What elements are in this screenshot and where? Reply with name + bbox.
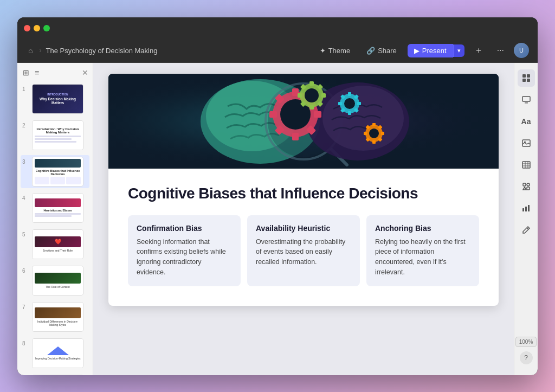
svg-rect-55 [525,102,528,104]
svg-rect-23 [309,105,314,110]
svg-rect-13 [292,133,299,140]
bias-card-text-1: Seeking information that confirms existi… [137,237,232,278]
slide-thumb-9[interactable]: 9 Conclusion and Key Takeaways [21,373,89,375]
slide-preview-2: Introduction: Why Decision Making Matter… [32,120,83,150]
text-icon: Aa [521,117,531,126]
slide-body: Cognitive Biases that Influence Decision… [108,169,499,306]
slide-hero [108,74,499,169]
chart-button[interactable] [518,200,535,217]
slide-num-3: 3 [22,159,29,165]
toolbar-left: ⌂ › The Psychology of Decision Making [26,44,310,57]
more-options-button[interactable]: ··· [493,43,508,57]
bias-card-1: Confirmation Bias Seeking information th… [128,215,241,286]
slide-num-5: 5 [22,232,29,237]
svg-rect-53 [527,79,530,82]
chart-icon [522,204,531,213]
svg-rect-24 [321,93,326,98]
slide-num-1: 1 [22,86,29,92]
svg-rect-67 [525,207,527,211]
sidebar-header: ⊞ ≡ ✕ [21,67,89,78]
app-body: ⊞ ≡ ✕ 1 INTRODUCTION Why Decision Making… [17,63,538,375]
gear-orange [364,123,384,144]
gear-teal [338,92,361,115]
close-sidebar-button[interactable]: ✕ [82,68,88,77]
share-button[interactable]: 🔗 Share [361,44,402,57]
slide-thumb-3[interactable]: 3 Cognitive Biases that Influence Decisi… [21,155,89,188]
add-button[interactable]: ＋ [470,43,487,59]
slide-preview-7: Individual Differences in Decision-Makin… [32,302,83,332]
app-window: ⌂ › The Psychology of Decision Making ✦ … [17,17,538,375]
theme-label: Theme [328,47,350,55]
hero-svg [108,74,499,169]
svg-rect-22 [309,81,314,86]
titlebar [17,17,538,39]
present-button[interactable]: ▶ Present [408,44,453,57]
slide-num-7: 7 [22,304,29,310]
toolbar: ⌂ › The Psychology of Decision Making ✦ … [17,39,538,63]
slide-preview-4: Heuristics and Biases [32,193,83,223]
svg-rect-15 [269,111,277,118]
home-button[interactable]: ⌂ [26,44,35,57]
svg-rect-25 [298,93,302,98]
edit-button[interactable] [518,221,535,239]
svg-rect-68 [528,205,530,211]
slide-num-8: 8 [22,340,29,346]
slide-thumb-6[interactable]: 6 The Role of Context [21,264,89,297]
minimize-dot[interactable] [34,25,40,31]
slide-num-4: 4 [22,195,29,201]
avatar-initials: U [519,47,524,54]
main-content: Cognitive Biases that Influence Decision… [93,63,514,375]
layout-icon [522,74,531,82]
bias-card-title-3: Anchoring Bias [375,224,470,233]
breadcrumb: The Psychology of Decision Making [46,47,157,55]
svg-rect-43 [372,140,376,144]
help-button[interactable]: ? [520,351,533,364]
breadcrumb-separator: › [39,47,41,54]
close-dot[interactable] [24,25,30,31]
svg-rect-50 [522,74,526,78]
text-button[interactable]: Aa [518,113,535,130]
slide-preview-9: Conclusion and Key Takeaways [32,375,83,375]
zoom-label[interactable]: 100% [515,337,537,347]
traffic-lights [24,25,50,31]
slide-thumb-4[interactable]: 4 Heuristics and Biases [21,191,89,224]
svg-rect-52 [522,79,526,82]
slide-card: Cognitive Biases that Influence Decision… [108,74,499,306]
image-icon [522,139,531,147]
slide-preview-3: Cognitive Biases that Influence Decision… [32,157,83,187]
layout-button[interactable] [518,69,535,87]
sidebar: ⊞ ≡ ✕ 1 INTRODUCTION Why Decision Making… [17,63,93,375]
svg-rect-44 [381,132,384,135]
svg-point-41 [369,128,379,138]
bias-card-3: Anchoring Bias Relying too heavily on th… [366,215,479,286]
slide-thumb-8[interactable]: 8 Improving Decision-Making Strategies [21,337,89,370]
share-icon: 🔗 [366,47,375,55]
bias-card-2: Availability Heuristic Overestimating th… [247,215,360,286]
slide-thumb-2[interactable]: 2 Introduction: Why Decision Making Matt… [21,119,89,152]
bias-card-title-1: Confirmation Bias [137,224,232,233]
slide-thumb-1[interactable]: 1 INTRODUCTION Why Decision Making Matte… [21,82,89,115]
svg-line-69 [527,228,528,229]
present-group: ▶ Present ▾ [408,44,464,57]
svg-rect-35 [338,102,342,105]
image-button[interactable] [518,134,535,152]
svg-rect-14 [314,111,321,118]
toolbar-right: ✦ Theme 🔗 Share ▶ Present ▾ ＋ ··· U [314,43,529,59]
bias-cards-grid: Confirmation Bias Seeking information th… [128,215,479,286]
avatar[interactable]: U [514,43,529,58]
table-button[interactable] [518,156,535,173]
shape-button[interactable] [518,178,535,195]
present-chevron-button[interactable]: ▾ [453,44,464,57]
slides-panel-button[interactable] [518,91,535,108]
maximize-dot[interactable] [43,25,50,31]
present-label: Present [422,47,447,55]
theme-button[interactable]: ✦ Theme [314,44,356,57]
svg-rect-63 [523,183,526,186]
svg-rect-45 [364,132,367,135]
question-icon: ? [524,354,528,362]
slide-thumb-5[interactable]: 5 ❤️ Emotions and Their Role [21,228,89,261]
slide-thumb-7[interactable]: 7 Individual Differences in Decision-Mak… [21,300,89,333]
grid-view-button[interactable]: ⊞ [22,67,30,78]
list-view-button[interactable]: ≡ [34,67,40,78]
svg-rect-54 [522,97,530,101]
